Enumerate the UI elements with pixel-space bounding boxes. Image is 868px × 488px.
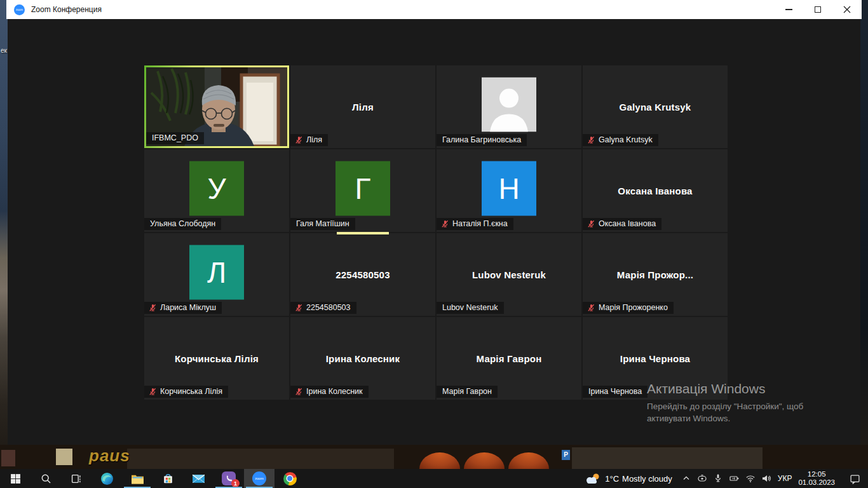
chevron-up-icon[interactable] bbox=[681, 473, 691, 484]
taskbar-app-store[interactable] bbox=[153, 469, 183, 488]
battery-icon[interactable] bbox=[729, 473, 740, 484]
close-button[interactable] bbox=[832, 0, 862, 19]
taskbar-app-viber[interactable]: 1 bbox=[214, 469, 244, 488]
avatar-letter: Г bbox=[336, 161, 390, 216]
participant-name: IFBMC_PDO bbox=[152, 133, 198, 142]
system-tray bbox=[681, 473, 771, 484]
minimize-icon bbox=[785, 9, 792, 10]
participant-label: Галя Матіїшин bbox=[290, 218, 355, 230]
weather-icon bbox=[584, 472, 602, 485]
participant-tile[interactable]: Корчинська Лілія Корчинська Лілія bbox=[144, 317, 289, 400]
taskbar-app-zoom[interactable]: zoom bbox=[244, 469, 275, 488]
wallpaper-poster bbox=[1, 450, 15, 466]
participant-name: Марія Прожоренко bbox=[599, 303, 668, 312]
desktop-wallpaper-right bbox=[860, 0, 868, 469]
avatar-letter: Н bbox=[482, 161, 536, 216]
windows-activation-watermark: Активація Windows Перейдіть до розділу "… bbox=[647, 381, 803, 424]
desktop-wallpaper-left: ек bbox=[0, 0, 8, 469]
participant-label: IFBMC_PDO bbox=[146, 132, 204, 144]
participant-label: Ульяна Слободян bbox=[144, 218, 221, 230]
avatar-initial: Г bbox=[355, 172, 371, 206]
participant-label: Корчинська Лілія bbox=[144, 386, 228, 398]
minimize-button[interactable] bbox=[774, 0, 803, 19]
participant-tile[interactable]: Марія Прожор... Марія Прожоренко bbox=[583, 233, 728, 316]
participant-tile-video[interactable]: IFBMC_PDO bbox=[144, 65, 289, 148]
participant-name: Марія Гаврон bbox=[442, 387, 492, 396]
participant-name: Оксана Іванова bbox=[599, 219, 656, 228]
participant-name: Ульяна Слободян bbox=[150, 219, 215, 228]
zoom-icon: zoom bbox=[252, 471, 266, 485]
clock-date: 01.03.2023 bbox=[798, 478, 835, 487]
speaker-icon[interactable] bbox=[761, 473, 771, 484]
clock-time: 12:05 bbox=[798, 470, 835, 478]
taskbar-app-mail[interactable] bbox=[183, 469, 214, 488]
wallpaper-poster bbox=[56, 449, 72, 465]
avatar-initial: Л bbox=[207, 255, 226, 290]
muted-mic-icon bbox=[149, 388, 157, 396]
store-icon bbox=[162, 473, 174, 485]
participant-tile[interactable]: Л Лариса Міклуш bbox=[144, 233, 289, 316]
taskbar-app-edge[interactable] bbox=[92, 469, 122, 488]
muted-mic-icon bbox=[587, 220, 595, 228]
weather-temperature: 1°C bbox=[605, 474, 619, 484]
activation-title: Активація Windows bbox=[647, 381, 803, 396]
muted-mic-icon bbox=[149, 304, 157, 312]
speaking-indicator bbox=[337, 232, 389, 234]
muted-mic-icon bbox=[587, 136, 595, 144]
zoom-app-icon: zoom bbox=[14, 4, 25, 15]
meet-now-icon[interactable] bbox=[697, 473, 707, 484]
edge-icon bbox=[100, 472, 114, 485]
maximize-button[interactable] bbox=[803, 0, 832, 19]
wallpaper-awning bbox=[508, 452, 549, 469]
microphone-icon[interactable] bbox=[713, 473, 723, 484]
weather-condition: Mostly cloudy bbox=[622, 474, 672, 484]
taskbar-search-button[interactable] bbox=[31, 469, 61, 488]
action-center-icon bbox=[850, 473, 860, 484]
participant-tile[interactable]: Марія Гаврон Марія Гаврон bbox=[437, 317, 581, 400]
participant-tile[interactable]: Ірина Колесник Ірина Колесник bbox=[290, 317, 435, 400]
participant-tile[interactable]: Lubov Nesteruk Lubov Nesteruk bbox=[437, 233, 581, 316]
participant-tile[interactable]: 2254580503 2254580503 bbox=[290, 233, 435, 316]
muted-mic-icon bbox=[441, 220, 449, 228]
window-title: Zoom Конференция bbox=[31, 5, 102, 14]
desktop-icon-label: ек bbox=[1, 47, 7, 54]
taskbar-clock[interactable]: 12:05 01.03.2023 bbox=[798, 470, 835, 487]
participant-label: Марія Гаврон bbox=[437, 386, 498, 398]
participant-tile[interactable]: У Ульяна Слободян bbox=[144, 149, 289, 232]
language-indicator[interactable]: УКР bbox=[778, 474, 792, 483]
activation-text-line: активувати Windows. bbox=[647, 412, 803, 424]
wifi-icon[interactable] bbox=[745, 473, 756, 484]
participant-label: Марія Прожоренко bbox=[583, 302, 674, 314]
avatar-initial: У bbox=[207, 172, 226, 206]
taskbar: 1 zoom 1°C Mostly cloudy bbox=[0, 469, 868, 488]
participant-tile[interactable]: Galyna Krutsyk Galyna Krutsyk bbox=[583, 65, 728, 148]
muted-mic-icon bbox=[295, 388, 303, 396]
participant-label: Ліля bbox=[290, 134, 328, 146]
participant-tile[interactable]: Ліля Ліля bbox=[290, 65, 435, 148]
wallpaper-graffiti-text: paus bbox=[89, 446, 130, 466]
taskbar-app-chrome[interactable] bbox=[275, 469, 305, 488]
action-center-button[interactable] bbox=[844, 469, 865, 488]
participant-tile[interactable]: Н Наталія П.єкна bbox=[437, 149, 581, 232]
participant-name: 2254580503 bbox=[306, 303, 351, 312]
wallpaper-parking-sign: P bbox=[562, 450, 570, 460]
muted-mic-icon bbox=[295, 304, 303, 312]
participant-name: Лариса Міклуш bbox=[160, 303, 216, 312]
taskbar-weather[interactable]: 1°C Mostly cloudy bbox=[584, 472, 672, 485]
screen: ек paus P zoom Zoom Конференция bbox=[0, 0, 868, 488]
participant-tile[interactable]: Галина Багриновська bbox=[437, 65, 581, 148]
taskbar-app-file-explorer[interactable] bbox=[122, 469, 153, 488]
mail-icon bbox=[192, 473, 205, 484]
task-view-button[interactable] bbox=[61, 469, 92, 488]
wallpaper-stone bbox=[572, 447, 763, 469]
close-icon bbox=[843, 6, 851, 13]
participant-tile[interactable]: Оксана Іванова Оксана Іванова bbox=[583, 149, 728, 232]
avatar-silhouette bbox=[482, 78, 536, 132]
zoom-icon-text: zoom bbox=[255, 477, 263, 480]
search-icon bbox=[41, 473, 51, 484]
start-button[interactable] bbox=[0, 469, 31, 488]
participant-tile[interactable]: Г Галя Матіїшин bbox=[290, 149, 435, 232]
participant-label: 2254580503 bbox=[290, 302, 356, 314]
participant-label: Галина Багриновська bbox=[437, 134, 527, 146]
participant-name: Ірина Чернова bbox=[588, 387, 642, 396]
